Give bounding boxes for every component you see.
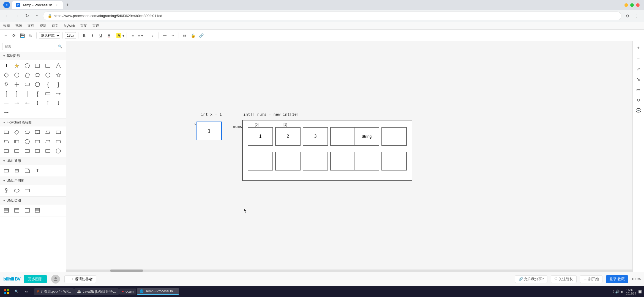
align-button[interactable]: ≡ — [129, 32, 136, 39]
bold-button[interactable]: B — [81, 32, 88, 39]
shape-search-button[interactable]: 🔍 — [56, 43, 64, 50]
shape-rect[interactable] — [33, 62, 42, 70]
flowchart-header[interactable]: ▼ Flowchart 流程图 — [0, 119, 66, 127]
undo-button[interactable]: ← — [2, 32, 9, 39]
array-cell-1-1[interactable] — [275, 152, 301, 170]
array-cell-0-0[interactable]: 1 — [248, 127, 273, 146]
uml-class-3[interactable] — [23, 206, 31, 215]
shape-arrow-left[interactable] — [23, 99, 31, 107]
uml-actor[interactable] — [2, 186, 10, 195]
array-cell-1-2[interactable] — [303, 152, 328, 170]
fc-process-2[interactable] — [54, 128, 62, 136]
maximize-button[interactable] — [630, 3, 634, 7]
fc-data[interactable] — [2, 138, 10, 146]
address-bar[interactable]: 🔒 https://www.processon.com/diagraming/5… — [43, 12, 621, 20]
shape-cross[interactable] — [13, 80, 21, 89]
canvas-area[interactable]: int x = 1 int[] nums = new int[10] × 1 n… — [66, 41, 632, 272]
shape-rect-small[interactable] — [44, 90, 52, 98]
taskbar-item-ocam[interactable]: ● ocam — [119, 288, 137, 295]
fc-rect-4[interactable] — [23, 147, 31, 155]
shape-text[interactable]: T — [2, 62, 10, 70]
invite-collaborator-button[interactable]: + + 邀请协作者 — [64, 275, 96, 283]
uml-interface[interactable] — [13, 167, 21, 175]
minimize-button[interactable] — [624, 3, 628, 7]
uml-component[interactable] — [2, 167, 10, 175]
style-select[interactable]: 默认样式 — [39, 32, 60, 39]
shape-right-arrow-2[interactable] — [2, 108, 10, 117]
shape-pentagon[interactable] — [23, 71, 31, 79]
uml-class-box[interactable] — [2, 206, 10, 215]
shape-circle-3[interactable] — [44, 71, 52, 79]
bookmark-wendang[interactable]: 文档 — [26, 23, 35, 29]
shape-up-down-arrow[interactable] — [33, 99, 42, 107]
fc-predefined[interactable] — [13, 138, 21, 146]
zoom-out-button[interactable]: − — [634, 54, 643, 63]
array-cell-1-0[interactable] — [248, 152, 273, 170]
shape-pipe[interactable]: | — [23, 90, 31, 98]
shape-oval[interactable] — [33, 71, 42, 79]
fc-circle-2[interactable] — [54, 147, 62, 155]
highlight-button[interactable]: A▼ — [117, 32, 124, 39]
array-cell-0-3[interactable] — [330, 127, 356, 146]
taskbar-item-processon[interactable]: 🌐 Temp - ProcessOn ... — [137, 288, 179, 295]
fc-document[interactable] — [33, 128, 42, 136]
uml-usecase-oval[interactable] — [13, 186, 21, 195]
back-button[interactable]: ← — [3, 12, 11, 20]
follow-button[interactable]: ♡ 关注院长 — [551, 275, 577, 283]
fc-circle[interactable] — [23, 138, 31, 146]
basic-shapes-header[interactable]: ▼ 基础图形 — [0, 52, 66, 60]
uml-class-header[interactable]: ▼ UML 类图 — [0, 197, 66, 205]
task-view-button[interactable]: ▭ — [22, 287, 31, 296]
redo-button[interactable]: ⟳ — [10, 32, 18, 39]
underline-button[interactable]: U — [97, 32, 104, 39]
menu-button[interactable]: ⋮ — [633, 12, 641, 20]
comment-button[interactable]: 💬 — [634, 106, 643, 115]
bookmark-baiwen[interactable]: 百文 — [51, 23, 59, 29]
extensions-button[interactable]: ⚙ — [624, 12, 631, 20]
forward-button[interactable]: → — [13, 12, 21, 20]
shape-bracket-right[interactable]: ] — [13, 90, 21, 98]
fc-parallelogram[interactable] — [44, 128, 52, 136]
shape-arrow-down[interactable] — [2, 80, 10, 89]
taskbar-item-javase[interactable]: ☕ JavaSE [f:\项目管理-... — [74, 288, 119, 295]
array-cell-1-5[interactable] — [381, 152, 407, 170]
fc-delay[interactable] — [54, 138, 62, 146]
fc-rect-2[interactable] — [33, 138, 42, 146]
uml-class-2[interactable] — [13, 206, 21, 215]
shape-brace-left[interactable]: { — [44, 80, 52, 89]
lock-button[interactable]: 🔒 — [189, 32, 197, 39]
shape-arrow-right[interactable] — [13, 99, 21, 107]
shape-bracket-left[interactable]: [ — [2, 90, 10, 98]
shape-brace-2[interactable]: { — [33, 90, 42, 98]
expand-button[interactable]: ➚ — [634, 64, 643, 73]
shape-double-arrow[interactable] — [2, 99, 10, 107]
bookmark-shipin[interactable]: 视频 — [14, 23, 23, 29]
align-options-button[interactable]: ≡▼ — [137, 32, 144, 39]
browser-tab[interactable]: P Temp - ProcessOn × — [12, 1, 63, 9]
shape-star-outline[interactable] — [54, 71, 62, 79]
uml-class-4[interactable] — [33, 206, 42, 215]
shape-rect-outline[interactable] — [44, 62, 52, 70]
array-cell-0-5[interactable] — [381, 127, 407, 146]
line-spacing-button[interactable]: ↕ — [149, 32, 156, 39]
link-button[interactable]: 🔗 — [198, 32, 205, 39]
array-cell-0-2[interactable]: 3 — [303, 127, 328, 146]
shape-circle-2[interactable] — [13, 71, 21, 79]
refresh-button[interactable]: ↻ — [23, 12, 31, 20]
font-color-button[interactable]: A — [105, 32, 113, 39]
fc-rect-5[interactable] — [44, 147, 52, 155]
fc-process[interactable] — [2, 128, 10, 136]
delete-x-marker[interactable]: × — [194, 122, 197, 126]
shape-diamond[interactable] — [2, 71, 10, 79]
fit-button[interactable]: ▭ — [634, 85, 643, 94]
italic-button[interactable]: I — [89, 32, 96, 39]
show-desktop-button[interactable]: ▣ — [638, 289, 642, 294]
login-button[interactable]: 登录·收藏 — [606, 275, 628, 283]
shape-triangle[interactable] — [54, 62, 62, 70]
array-cell-1-3[interactable] — [330, 152, 356, 170]
uml-boundary[interactable] — [23, 186, 31, 195]
array-cell-1-4[interactable] — [354, 152, 379, 170]
fc-rect-3[interactable] — [2, 147, 10, 155]
zoom-in-button[interactable]: + — [634, 43, 643, 52]
shape-circle[interactable] — [23, 62, 31, 70]
